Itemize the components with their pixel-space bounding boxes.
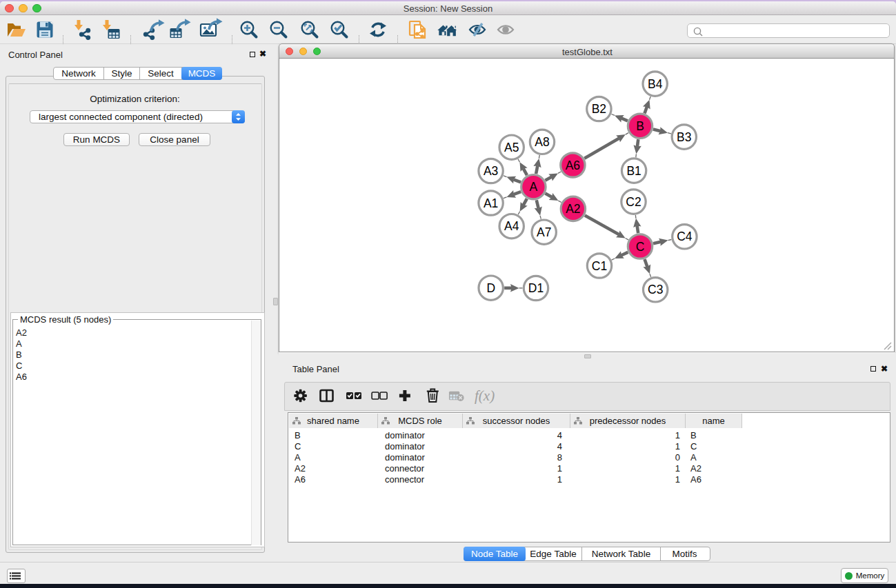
svg-text:B1: B1 <box>626 164 641 178</box>
svg-text:A4: A4 <box>504 219 519 233</box>
svg-text:C2: C2 <box>626 195 641 209</box>
svg-text:f(x): f(x) <box>475 387 495 404</box>
svg-text:C4: C4 <box>677 230 693 243</box>
svg-text:A: A <box>530 180 538 194</box>
svg-text:D: D <box>486 281 495 295</box>
svg-text:A5: A5 <box>504 141 519 154</box>
svg-text:B4: B4 <box>648 77 663 91</box>
svg-text:A3: A3 <box>484 164 498 178</box>
svg-text:A7: A7 <box>537 225 551 239</box>
svg-text:A8: A8 <box>535 135 549 149</box>
svg-text:C: C <box>636 240 645 254</box>
svg-text:D1: D1 <box>528 281 544 295</box>
svg-text:B: B <box>636 119 644 133</box>
svg-text:B2: B2 <box>592 102 606 116</box>
svg-text:A2: A2 <box>566 202 580 216</box>
svg-text:A6: A6 <box>566 159 580 172</box>
svg-text:A1: A1 <box>484 196 498 210</box>
svg-text:B3: B3 <box>677 130 691 144</box>
svg-text:C3: C3 <box>648 283 663 296</box>
svg-text:C1: C1 <box>592 259 607 273</box>
